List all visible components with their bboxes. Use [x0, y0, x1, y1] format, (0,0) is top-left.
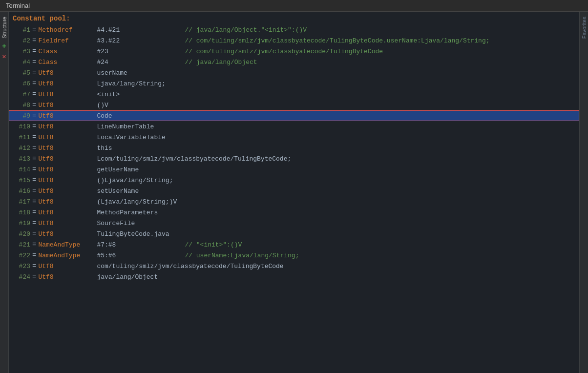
row-equals: = — [32, 47, 36, 55]
row-equals: = — [32, 251, 36, 259]
row-equals: = — [32, 69, 36, 77]
row-equals: = — [32, 58, 36, 66]
plus-icon[interactable]: + — [2, 42, 6, 50]
table-row[interactable]: #20 = Utf8TulingByteCode.java — [9, 228, 579, 239]
row-value: #7:#8 — [97, 241, 185, 249]
row-type: Utf8 — [38, 112, 97, 120]
row-comment: // java/lang/Object."<init>":()V — [185, 26, 579, 34]
row-type: Utf8 — [38, 209, 97, 216]
row-number: #15 — [9, 177, 32, 184]
row-equals: = — [32, 187, 36, 195]
right-sidebar: Favorites — [579, 12, 588, 373]
row-number: #2 — [9, 37, 32, 44]
row-number: #19 — [9, 220, 32, 227]
row-number: #10 — [9, 123, 32, 130]
table-row[interactable]: #16 = Utf8setUserName — [9, 186, 579, 196]
left-sidebar: Structure + ✕ — [0, 12, 9, 373]
row-type: Utf8 — [38, 198, 97, 206]
row-equals: = — [32, 230, 36, 238]
sidebar-favorites-label[interactable]: Favorites — [580, 15, 588, 41]
row-number: #24 — [9, 273, 32, 281]
row-type: Utf8 — [38, 187, 97, 195]
row-number: #5 — [9, 69, 32, 77]
row-type: Class — [38, 48, 97, 55]
row-number: #4 — [9, 59, 32, 66]
row-type: Utf8 — [38, 102, 97, 109]
row-number: #17 — [9, 198, 32, 206]
row-value: java/lang/Object — [97, 273, 185, 281]
row-number: #18 — [9, 209, 32, 216]
row-number: #9 — [9, 112, 32, 120]
row-equals: = — [32, 219, 36, 227]
sidebar-structure-label[interactable]: Structure — [0, 15, 8, 41]
row-number: #14 — [9, 166, 32, 173]
row-equals: = — [32, 37, 36, 44]
row-equals: = — [32, 208, 36, 216]
row-type: Utf8 — [38, 145, 97, 152]
table-row[interactable]: #13 = Utf8Lcom/tuling/smlz/jvm/classbyat… — [9, 153, 579, 164]
table-row[interactable]: #4 = Class#24// java/lang/Object — [9, 57, 579, 67]
row-equals: = — [32, 198, 36, 206]
row-number: #3 — [9, 48, 32, 55]
row-type: Utf8 — [38, 263, 97, 270]
table-row[interactable]: #8 = Utf8()V — [9, 100, 579, 110]
row-number: #6 — [9, 80, 32, 87]
row-number: #21 — [9, 241, 32, 249]
row-value: Code — [97, 112, 185, 120]
row-value: (Ljava/lang/String;)V — [97, 198, 185, 206]
table-row[interactable]: #3 = Class#23// com/tuling/smlz/jvm/clas… — [9, 46, 579, 57]
row-value: #4.#21 — [97, 26, 185, 34]
row-number: #16 — [9, 187, 32, 195]
title-bar: Terminal — [0, 0, 588, 12]
row-value: SourceFile — [97, 220, 185, 227]
row-equals: = — [32, 144, 36, 152]
table-row[interactable]: #21 = NameAndType#7:#8// "<init>":()V — [9, 239, 579, 250]
table-row[interactable]: #1 = Methodref#4.#21// java/lang/Object.… — [9, 24, 579, 35]
table-row[interactable]: #6 = Utf8Ljava/lang/String; — [9, 78, 579, 89]
table-row[interactable]: #11 = Utf8LocalVariableTable — [9, 132, 579, 143]
table-row[interactable]: #9 = Utf8Code — [9, 110, 579, 121]
title-label: Terminal — [6, 2, 30, 9]
row-value: com/tuling/smlz/jvm/classbyatecode/Tulin… — [97, 263, 283, 270]
row-equals: = — [32, 26, 36, 34]
table-row[interactable]: #24 = Utf8java/lang/Object — [9, 271, 579, 282]
row-comment: // com/tuling/smlz/jvm/classbyatecode/Tu… — [185, 37, 579, 44]
row-number: #1 — [9, 26, 32, 34]
table-row[interactable]: #2 = Fieldref#3.#22// com/tuling/smlz/jv… — [9, 35, 579, 46]
table-row[interactable]: #18 = Utf8MethodParameters — [9, 207, 579, 218]
row-value: getUserName — [97, 166, 185, 173]
row-type: Utf8 — [38, 166, 97, 173]
table-row[interactable]: #17 = Utf8(Ljava/lang/String;)V — [9, 196, 579, 207]
row-number: #12 — [9, 145, 32, 152]
row-equals: = — [32, 273, 36, 281]
x-icon[interactable]: ✕ — [2, 52, 6, 61]
row-number: #11 — [9, 134, 32, 141]
table-row[interactable]: #19 = Utf8SourceFile — [9, 218, 579, 228]
table-row[interactable]: #23 = Utf8com/tuling/smlz/jvm/classbyate… — [9, 261, 579, 271]
row-number: #23 — [9, 263, 32, 270]
row-value: #5:#6 — [97, 252, 185, 259]
table-row[interactable]: #22 = NameAndType#5:#6// userName:Ljava/… — [9, 250, 579, 261]
row-value: LocalVariableTable — [97, 134, 185, 141]
row-equals: = — [32, 176, 36, 184]
row-value: this — [97, 145, 185, 152]
table-row[interactable]: #5 = Utf8userName — [9, 67, 579, 78]
row-equals: = — [32, 90, 36, 98]
row-number: #20 — [9, 230, 32, 238]
row-number: #13 — [9, 155, 32, 163]
row-equals: = — [32, 101, 36, 109]
table-row[interactable]: #7 = Utf8<init> — [9, 89, 579, 100]
row-equals: = — [32, 123, 36, 130]
row-type: Utf8 — [38, 177, 97, 184]
table-row[interactable]: #10 = Utf8LineNumberTable — [9, 121, 579, 132]
row-equals: = — [32, 112, 36, 120]
table-row[interactable]: #12 = Utf8this — [9, 143, 579, 153]
row-value: #23 — [97, 48, 185, 55]
table-row[interactable]: #15 = Utf8()Ljava/lang/String; — [9, 175, 579, 186]
row-equals: = — [32, 80, 36, 87]
row-type: Utf8 — [38, 230, 97, 238]
row-comment: // "<init>":()V — [185, 241, 579, 249]
table-row[interactable]: #14 = Utf8getUserName — [9, 164, 579, 175]
terminal-content[interactable]: Constant pool: #1 = Methodref#4.#21// ja… — [9, 12, 579, 373]
row-number: #8 — [9, 102, 32, 109]
